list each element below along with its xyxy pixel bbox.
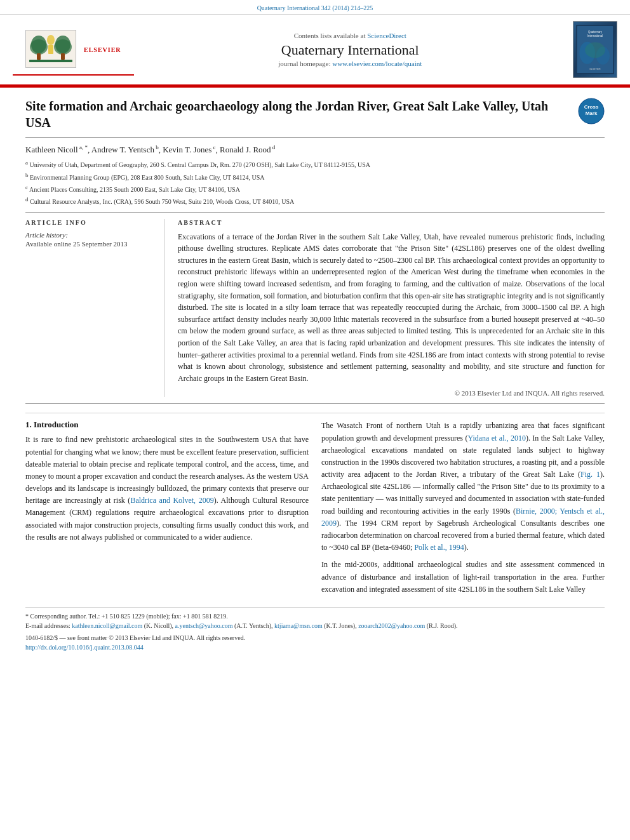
right-col-paragraph-1: The Wasatch Front of northern Utah is a … — [321, 420, 605, 554]
svg-point-16 — [585, 43, 605, 58]
journal-title: Quaternary International — [142, 42, 559, 58]
article-info-column: ARTICLE INFO Article history: Available … — [25, 219, 165, 397]
svg-rect-6 — [61, 53, 65, 60]
article-title-section: Site formation and Archaic geoarchaeolog… — [25, 98, 605, 138]
footnote-email: E-mail addresses: kathleen.nicoll@gmail.… — [25, 621, 605, 630]
journal-top-bar: Quaternary International 342 (2014) 214–… — [0, 0, 630, 15]
footnote-corresponding: * Corresponding author. Tel.: +1 510 825… — [25, 611, 605, 621]
article-info-heading: ARTICLE INFO — [25, 219, 156, 226]
author-nicoll: Kathleen Nicoll — [25, 145, 78, 154]
svg-rect-3 — [37, 53, 41, 60]
contents-available-text: Contents lists available at ScienceDirec… — [142, 32, 559, 39]
email-nicoll[interactable]: kathleen.nicoll@gmail.com — [72, 622, 142, 629]
affil-d: d Cultural Resource Analysts, Inc. (CRA)… — [25, 196, 605, 206]
svg-text:Cross: Cross — [584, 104, 599, 110]
article-available-online: Available online 25 September 2013 — [25, 240, 156, 248]
authors-line: Kathleen Nicoll a, *, Andrew T. Yentsch … — [25, 144, 605, 155]
abstract-heading: ABSTRACT — [178, 219, 605, 226]
footnote-doi-line: http://dx.doi.org/10.1016/j.quaint.2013.… — [25, 643, 605, 652]
author-yentsch: Andrew T. Yentsch — [91, 145, 154, 154]
footnote-section: * Corresponding author. Tel.: +1 510 825… — [25, 607, 605, 652]
svg-text:ELSEVIER: ELSEVIER — [589, 68, 601, 70]
affil-b: b Environmental Planning Group (EPG), 20… — [25, 171, 605, 182]
elsevier-logo-area: ELSEVIER — [13, 23, 134, 76]
fig1-link[interactable]: Fig. 1 — [580, 470, 600, 479]
svg-point-7 — [47, 35, 55, 45]
sciencedirect-link[interactable]: ScienceDirect — [367, 32, 406, 39]
svg-text:International: International — [587, 34, 603, 37]
author-jones: Kevin T. Jones — [163, 145, 211, 154]
journal-cover-thumbnail: Quaternary International ELSEVIER — [573, 21, 617, 78]
email-jones[interactable]: ktjiama@msn.com — [274, 622, 323, 629]
birnie-link[interactable]: Birnie, 2000; Yentsch et al., 2009 — [321, 507, 605, 528]
article-content: Site formation and Archaic geoarchaeolog… — [0, 88, 630, 662]
journal-homepage-link[interactable]: www.elsevier.com/locate/quaint — [332, 60, 422, 67]
elsevier-logo — [25, 30, 76, 68]
polk-link[interactable]: Polk et al., 1994 — [414, 543, 464, 552]
journal-cover-area: Quaternary International ELSEVIER — [566, 21, 617, 78]
article-info-abstract-section: ARTICLE INFO Article history: Available … — [25, 212, 605, 404]
body-left-column: 1. Introduction It is rare to find new p… — [25, 420, 309, 601]
svg-point-5 — [54, 39, 72, 55]
body-right-column: The Wasatch Front of northern Utah is a … — [321, 420, 605, 601]
affil-c: c Ancient Places Consulting, 2135 South … — [25, 183, 605, 194]
body-content: 1. Introduction It is rare to find new p… — [25, 420, 605, 601]
journal-header: ELSEVIER Contents lists available at Sci… — [0, 15, 630, 86]
abstract-column: ABSTRACT Excavations of a terrace of the… — [178, 219, 605, 397]
journal-homepage: journal homepage: www.elsevier.com/locat… — [142, 60, 559, 67]
section-divider — [25, 413, 605, 413]
svg-rect-8 — [48, 45, 53, 54]
doi-link[interactable]: http://dx.doi.org/10.1016/j.quaint.2013.… — [25, 644, 144, 651]
affil-a: a University of Utah, Department of Geog… — [25, 159, 605, 170]
crossmark-badge[interactable]: Cross Mark — [578, 98, 605, 127]
svg-point-2 — [30, 39, 48, 55]
section1-heading: 1. Introduction — [25, 420, 309, 430]
elsevier-wordmark: ELSEVIER — [84, 46, 121, 53]
footnote-issn-line: 1040-6182/$ — see front matter © 2013 El… — [25, 633, 605, 643]
article-history-label: Article history: — [25, 231, 156, 239]
email-yentsch[interactable]: a.yentsch@yahoo.com — [175, 622, 233, 629]
author-rood: Ronald J. Rood — [220, 145, 271, 154]
left-col-paragraph-1: It is rare to find new prehistoric archa… — [25, 434, 309, 543]
abstract-text: Excavations of a terrace of the Jordan R… — [178, 231, 605, 385]
article-title: Site formation and Archaic geoarchaeolog… — [25, 98, 578, 131]
copyright-line: © 2013 Elsevier Ltd and INQUA. All right… — [178, 389, 605, 397]
yidana-link[interactable]: Yidana et al., 2010 — [467, 434, 526, 443]
svg-text:Mark: Mark — [586, 110, 598, 116]
svg-text:Quaternary: Quaternary — [588, 30, 603, 34]
baldrica-kolvet-link[interactable]: Baldrica and Kolvet, 2009 — [130, 496, 213, 505]
email-rood[interactable]: zooarch2002@yahoo.com — [358, 622, 425, 629]
svg-rect-9 — [29, 60, 72, 62]
journal-ref: Quaternary International 342 (2014) 214–… — [257, 4, 373, 11]
affiliations: a University of Utah, Department of Geog… — [25, 159, 605, 206]
journal-header-center: Contents lists available at ScienceDirec… — [142, 32, 559, 67]
right-col-paragraph-2: In the mid-2000s, additional archaeologi… — [321, 559, 605, 596]
